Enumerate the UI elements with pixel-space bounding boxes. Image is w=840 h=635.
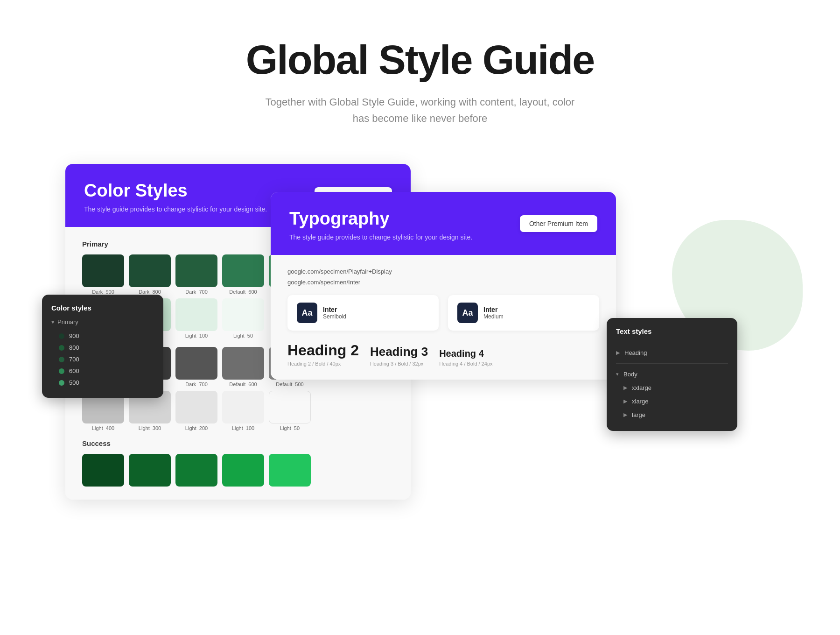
body-group-label: Body (623, 371, 637, 378)
typography-premium-button[interactable]: Other Premium Item (520, 215, 597, 232)
panel-item-label-600: 600 (69, 367, 79, 374)
panel-primary-label: Primary (57, 318, 78, 325)
typography-card-title-partial: phy (358, 209, 390, 228)
typography-card-subtitle: The style guide provides to change styli… (289, 233, 597, 241)
xxlarge-arrow-icon: ▶ (623, 385, 627, 391)
panel-item-900[interactable]: 900 (51, 330, 154, 342)
font-name-2: Inter (483, 306, 504, 313)
swatch-color-p050 (222, 298, 264, 331)
swatch-p050: Light 50 (222, 298, 264, 339)
xlarge-label: xlarge (632, 398, 648, 405)
heading-2-meta: Heading 2 / Bold / 40px (287, 361, 359, 367)
panel-item-label-700: 700 (69, 356, 79, 363)
font-link-1: google.com/specimen/Playfair+Display (287, 268, 599, 275)
page-title: Global Style Guide (9, 37, 831, 83)
typography-card-header: Typography The style guide provides to c… (271, 192, 616, 255)
xlarge-arrow-icon: ▶ (623, 398, 627, 404)
heading-2-item: Heading 2 Heading 2 / Bold / 40px (287, 342, 359, 367)
heading-4-item: Heading 4 Heading 4 / Bold / 24px (439, 348, 492, 367)
text-panel-heading[interactable]: ▶ Heading (616, 346, 728, 360)
font-info-2: Inter Medium (483, 306, 504, 320)
text-panel-xlarge[interactable]: ▶ xlarge (623, 395, 728, 408)
swatch-label-n500: Default 500 (276, 381, 303, 387)
swatch-s600 (222, 454, 264, 487)
text-styles-panel: Text styles ▶ Heading ▾ Body ▶ xxlarge ▶… (607, 318, 737, 431)
divider-2 (616, 363, 728, 364)
swatch-color-s800 (129, 454, 171, 487)
text-panel-xxlarge[interactable]: ▶ xxlarge (623, 381, 728, 395)
large-arrow-icon: ▶ (623, 412, 627, 418)
swatch-s900 (82, 454, 124, 487)
swatch-label-n050: Light 50 (280, 425, 300, 431)
swatch-color-n100 (222, 391, 264, 423)
swatch-label-n600: Default 600 (229, 381, 257, 387)
swatch-color-p900 (82, 254, 124, 287)
typography-card: Typography The style guide provides to c… (271, 192, 616, 380)
swatch-label-p050: Light 50 (233, 333, 253, 339)
font-name-1: Inter (323, 306, 346, 313)
panel-dot-600 (59, 368, 64, 374)
swatch-color-s600 (222, 454, 264, 487)
panel-item-label-800: 800 (69, 344, 79, 351)
swatch-p600: Default 600 (222, 254, 264, 295)
panel-dot-500 (59, 380, 64, 386)
hero-subtitle: Together with Global Style Guide, workin… (9, 94, 831, 127)
large-label: large (632, 411, 645, 418)
panel-item-label-900: 900 (69, 332, 79, 339)
panel-primary-group: Primary (51, 318, 154, 325)
success-section: Success (82, 439, 394, 487)
swatch-color-p700 (175, 254, 217, 287)
text-panel-large[interactable]: ▶ large (623, 408, 728, 422)
font-style-1: Semibold (323, 313, 346, 320)
heading-4-meta: Heading 4 / Bold / 24px (439, 361, 492, 367)
swatch-color-n600 (222, 347, 264, 380)
swatch-color-s500 (269, 454, 311, 487)
text-styles-panel-title: Text styles (616, 327, 728, 335)
swatch-color-s900 (82, 454, 124, 487)
body-items-group: ▶ xxlarge ▶ xlarge ▶ large (616, 381, 728, 422)
swatch-label-n100: Light 100 (232, 425, 254, 431)
swatch-label-p900: Dark 900 (92, 289, 114, 295)
font-style-2: Medium (483, 313, 504, 320)
swatch-s700 (175, 454, 217, 487)
panel-item-500[interactable]: 500 (51, 377, 154, 388)
swatch-s800 (129, 454, 171, 487)
swatch-n050: Light 50 (269, 391, 311, 431)
swatch-label-p800: Dark 800 (139, 289, 161, 295)
swatch-n600: Default 600 (222, 347, 264, 387)
swatch-color-s700 (175, 454, 217, 487)
swatch-label-n300: Light 300 (139, 425, 161, 431)
swatch-label-p700: Dark 700 (185, 289, 208, 295)
heading-group-label: Heading (624, 349, 647, 356)
swatch-label-n700: Dark 700 (185, 381, 208, 387)
panel-dot-800 (59, 345, 64, 351)
divider-1 (616, 342, 728, 342)
swatch-label-n400: Light 400 (92, 425, 114, 431)
heading-3-item: Heading 3 Heading 3 / Bold / 32px (370, 345, 428, 367)
font-link-2: google.com/specimen/Inter (287, 279, 599, 286)
panel-item-label-500: 500 (69, 379, 79, 386)
heading-3-label: Heading 3 (370, 345, 428, 359)
xxlarge-label: xxlarge (632, 384, 651, 391)
font-sample-2: Aa Inter Medium (448, 295, 599, 331)
panel-item-600[interactable]: 600 (51, 365, 154, 377)
heading-4-label: Heading 4 (439, 348, 492, 359)
text-panel-body[interactable]: ▾ Body (616, 367, 728, 381)
panel-item-800[interactable]: 800 (51, 342, 154, 353)
panel-dot-700 (59, 357, 64, 362)
font-aa-box-2: Aa (457, 303, 478, 323)
content-area: Color Styles The style guide provides to… (0, 164, 840, 584)
swatch-n700: Dark 700 (175, 347, 217, 387)
panel-item-700[interactable]: 700 (51, 353, 154, 365)
success-section-label: Success (82, 439, 394, 447)
swatch-color-n050 (269, 391, 311, 423)
swatch-color-n700 (175, 347, 217, 380)
font-sample-1: Aa Inter Semibold (287, 295, 439, 331)
swatch-p100: Light 100 (175, 298, 217, 339)
swatch-p700: Dark 700 (175, 254, 217, 295)
color-styles-panel-title: Color styles (51, 304, 154, 312)
swatch-color-p100 (175, 298, 217, 331)
swatch-color-p800 (129, 254, 171, 287)
swatch-label-p100: Light 100 (185, 333, 208, 339)
font-info-1: Inter Semibold (323, 306, 346, 320)
